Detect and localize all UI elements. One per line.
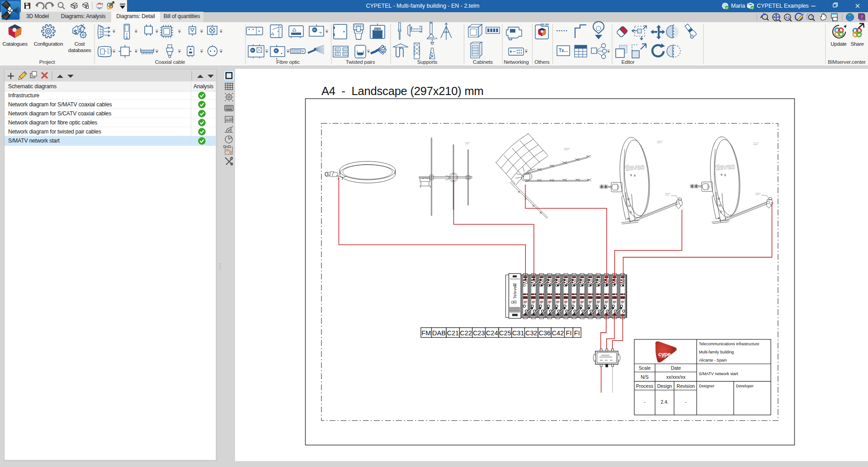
svg-text:€: € (79, 27, 82, 32)
svg-text:Process: Process (636, 383, 653, 389)
svg-text:×2: ×2 (785, 15, 790, 20)
svg-text:1.00: 1.00 (226, 117, 233, 121)
svg-text:Revision: Revision (677, 383, 695, 389)
svg-text:Alicante - Spain: Alicante - Spain (699, 358, 727, 362)
svg-text:?: ? (861, 14, 863, 19)
svg-text:FI: FI (574, 329, 580, 337)
svg-text:cype: cype (658, 351, 671, 357)
svg-text:C22: C22 (460, 329, 472, 337)
svg-text:Developer: Developer (736, 384, 754, 388)
svg-text:C32: C32 (525, 329, 538, 337)
svg-text:Scale: Scale (639, 365, 651, 371)
svg-text:FI: FI (566, 329, 572, 337)
svg-text:C24: C24 (486, 329, 498, 337)
svg-text:Tx...: Tx... (559, 48, 568, 53)
svg-text:xx/xxx/xx: xx/xxx/xx (666, 374, 686, 380)
svg-text:C42: C42 (552, 329, 564, 337)
svg-text:C36: C36 (538, 329, 551, 337)
svg-text:S/MATV network start: S/MATV network start (699, 372, 738, 376)
svg-text:C31: C31 (512, 329, 524, 337)
svg-text:FM: FM (421, 329, 431, 337)
svg-text:C21: C21 (447, 329, 459, 337)
svg-text:-: - (644, 399, 646, 405)
svg-text:C23: C23 (473, 329, 485, 337)
svg-text:Multi-family building: Multi-family building (699, 350, 734, 354)
svg-text:C25: C25 (499, 329, 511, 337)
svg-text:Date: Date (671, 365, 681, 371)
svg-text:tleves: tleves (625, 162, 645, 172)
svg-text:tleves: tleves (715, 162, 735, 172)
svg-text:N/S: N/S (641, 374, 649, 380)
svg-text:2.4.: 2.4. (660, 399, 669, 405)
svg-text:Telecommunications infrastruct: Telecommunications infrastructure (699, 342, 760, 346)
svg-text:$: $ (74, 29, 77, 36)
svg-text:Designer: Designer (699, 384, 714, 388)
svg-text:-: - (685, 399, 687, 405)
svg-text:Design: Design (657, 383, 672, 389)
svg-text:DAB: DAB (432, 329, 446, 337)
svg-text:Ⓡ Televes: Ⓡ Televes (513, 284, 517, 304)
